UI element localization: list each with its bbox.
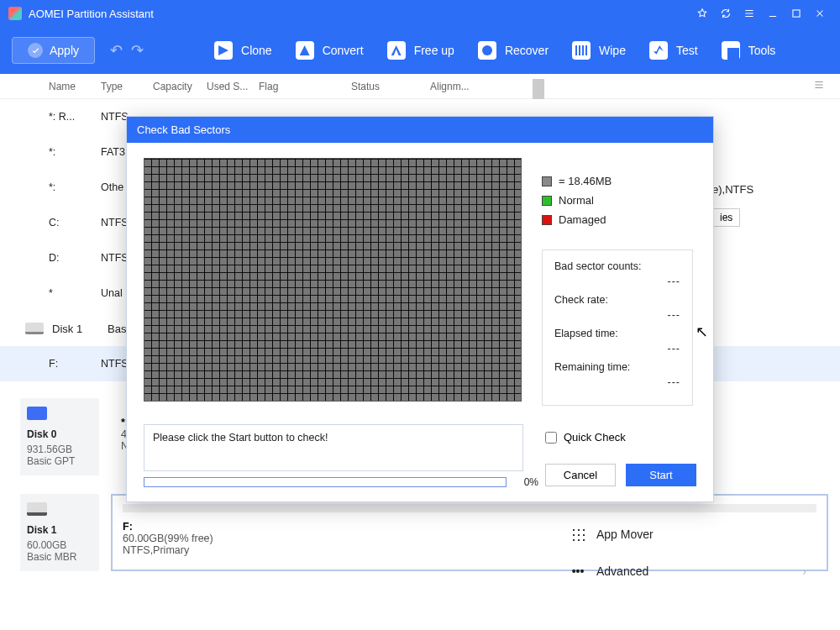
app-logo-icon	[8, 7, 22, 20]
wipe-icon	[572, 41, 591, 60]
col-used[interactable]: Used S...	[207, 81, 259, 92]
sidebar-item-appmover[interactable]: App Mover	[571, 516, 823, 553]
apply-button[interactable]: Apply	[12, 37, 95, 64]
apply-label: Apply	[50, 44, 79, 57]
dialog-title: Check Bad Sectors	[127, 117, 713, 143]
col-capacity[interactable]: Capacity	[153, 81, 207, 92]
convert-icon	[296, 41, 314, 60]
tools-icon	[722, 41, 740, 60]
legend-swatch-unit	[542, 176, 552, 186]
recover-icon	[478, 41, 496, 60]
wizard-sidebar: App Mover ••• Advanced ›	[571, 516, 823, 590]
col-flag[interactable]: Flag	[259, 81, 351, 92]
undo-icon[interactable]: ↶	[110, 41, 123, 60]
stats-box: Bad sector counts: --- Check rate: --- E…	[542, 249, 693, 406]
clone-button[interactable]: Clone	[206, 36, 281, 65]
minimize-icon[interactable]	[761, 2, 785, 25]
titlebar: AOMEI Partition Assistant	[0, 0, 840, 27]
scrollbar-thumb[interactable]	[533, 79, 544, 99]
progress-bar	[144, 477, 507, 487]
legend-swatch-damaged	[542, 215, 552, 225]
maximize-icon[interactable]	[785, 2, 808, 25]
disk-card[interactable]: Disk 0 931.56GB Basic GPT	[20, 398, 99, 475]
redo-icon[interactable]: ↷	[131, 41, 144, 60]
legend: = 18.46MB Normal Damaged	[542, 175, 693, 226]
check-bad-sectors-dialog: Check Bad Sectors = 18.46MB Normal Damag…	[126, 116, 714, 502]
chevron-right-icon: ›	[802, 564, 806, 578]
svg-rect-0	[793, 10, 800, 17]
col-align[interactable]: Alignm...	[430, 81, 477, 92]
legend-swatch-normal	[542, 196, 552, 206]
tools-button[interactable]: Tools	[713, 36, 785, 65]
progress-percent: 0%	[515, 476, 538, 488]
disk-icon	[27, 407, 47, 420]
col-status[interactable]: Status	[351, 81, 430, 92]
col-type[interactable]: Type	[101, 81, 153, 92]
recover-button[interactable]: Recover	[470, 36, 557, 65]
window-title: AOMEI Partition Assistant	[29, 8, 690, 20]
cancel-button[interactable]: Cancel	[545, 464, 616, 486]
more-icon: •••	[571, 564, 585, 578]
test-icon	[649, 41, 668, 60]
progress-row: 0%	[144, 476, 538, 488]
check-icon	[28, 43, 43, 58]
partition-table-header: Name Type Capacity Used S... Flag Status…	[0, 74, 840, 99]
freeup-icon	[387, 41, 406, 60]
column-options-icon[interactable]	[813, 79, 833, 93]
quick-check-checkbox[interactable]: Quick Check	[545, 431, 696, 444]
favorite-icon[interactable]	[690, 2, 714, 25]
sidebar-item-advanced[interactable]: ••• Advanced ›	[571, 553, 823, 590]
clone-icon	[214, 41, 233, 60]
wipe-button[interactable]: Wipe	[564, 36, 634, 65]
refresh-icon[interactable]	[714, 2, 738, 25]
start-button[interactable]: Start	[626, 464, 696, 486]
grid-icon	[571, 528, 585, 541]
disk-card[interactable]: Disk 1 60.00GB Basic MBR	[20, 494, 99, 571]
freeup-button[interactable]: Free up	[379, 36, 463, 65]
usage-bar	[123, 504, 816, 512]
message-box: Please click the Start button to check!	[144, 424, 523, 471]
sector-grid	[144, 158, 522, 402]
disk-icon	[27, 502, 47, 516]
properties-button-fragment[interactable]: ies	[712, 208, 740, 227]
undo-redo-group: ↶ ↷	[110, 41, 144, 60]
col-name[interactable]: Name	[49, 81, 101, 92]
close-icon[interactable]	[808, 2, 832, 25]
convert-button[interactable]: Convert	[287, 36, 372, 65]
menu-icon[interactable]	[738, 2, 761, 25]
main-toolbar: Apply ↶ ↷ Clone Convert Free up Recover …	[0, 27, 840, 74]
partition-summary-text: e),NTFS	[712, 183, 753, 196]
quick-check-input[interactable]	[545, 432, 557, 444]
test-button[interactable]: Test	[641, 36, 706, 65]
disk-icon	[25, 323, 44, 334]
